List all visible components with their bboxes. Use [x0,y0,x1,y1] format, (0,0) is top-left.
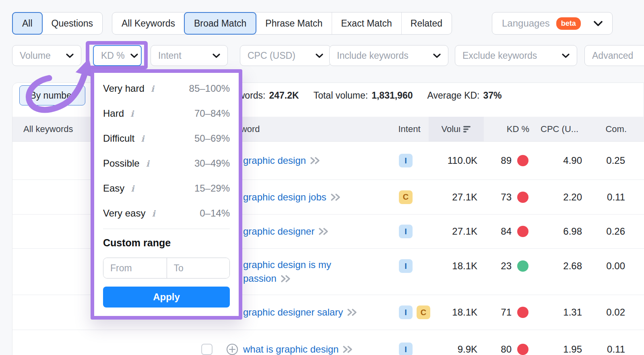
info-icon[interactable]: i [130,109,134,119]
by-number-toggle[interactable]: By number [19,85,85,105]
languages-dropdown-button[interactable]: Languages beta [492,12,613,35]
divider [103,229,230,229]
tab-phrase-match[interactable]: Phrase Match [256,12,332,34]
column-header-kd[interactable]: KD % [495,124,529,134]
info-icon[interactable]: i [141,134,144,144]
cpc-value: 4.90 [536,155,582,166]
kd-option-difficult[interactable]: Difficulti 50–69% [103,126,230,151]
volume-value: 110.0K [431,155,477,166]
double-chevron-icon[interactable] [330,193,342,201]
intent-cell: C [399,190,413,204]
cpc-value: 6.98 [536,226,582,237]
info-icon[interactable]: i [146,159,149,169]
keyword-cell: graphic designer salary [243,307,365,318]
tab-all[interactable]: All [12,12,43,35]
com-value: 0.11 [584,192,625,203]
column-header-com[interactable]: Com. [603,124,627,134]
tab-all-keywords[interactable]: All Keywords [112,12,184,34]
column-header-volume[interactable]: Volume [429,117,484,141]
double-chevron-icon[interactable] [310,157,321,165]
custom-range-title: Custom range [103,237,230,249]
kd-value: 71 [483,307,512,318]
apply-button[interactable]: Apply [103,287,230,308]
chevron-down-icon [130,54,138,58]
info-icon[interactable]: i [151,84,154,94]
keyword-cell: graphic design is my passion [243,258,357,285]
kd-from-input[interactable] [103,258,167,278]
intent-badge: C [399,190,413,204]
intent-filter-button[interactable]: Intent [151,45,228,66]
keyword-cell: graphic design jobs [243,192,365,203]
com-value: 0.11 [584,344,625,355]
keyword-magic-tool-screen: All Questions All Keywords Broad Match P… [0,0,644,355]
cpc-filter-button[interactable]: CPC (USD) [240,45,331,66]
volume-value: 27.1K [431,226,477,237]
double-chevron-icon[interactable] [318,227,330,235]
keyword-link[interactable]: graphic design [243,155,306,166]
intent-cell: I [399,343,413,355]
keyword-cell: what is graphic design [243,344,365,355]
kd-value: 89 [483,155,512,166]
include-keywords-filter-button[interactable]: Include keywords [329,45,448,66]
keyword-link[interactable]: graphic designer [243,226,314,237]
volume-value: 18.1K [431,307,477,318]
kd-option-name: Difficult [103,133,134,144]
chevron-down-icon [562,54,570,58]
intent-badge: I [399,343,413,355]
match-type-group: All Keywords Broad Match Phrase Match Ex… [112,12,452,35]
kd-option-hard[interactable]: Hardi 70–84% [103,101,230,126]
kd-option-range: 50–69% [194,133,230,144]
cpc-value: 2.20 [536,192,582,203]
com-value: 0.02 [584,307,625,318]
kd-dot [517,192,528,203]
tab-exact-match[interactable]: Exact Match [332,12,401,34]
keyword-link[interactable]: what is graphic design [243,344,339,355]
kd-to-input[interactable] [167,258,230,278]
volume-filter-button[interactable]: Volume [12,45,81,66]
column-header-intent[interactable]: Intent [395,124,423,134]
kd-dot [517,344,528,355]
row-checkbox[interactable] [201,344,213,355]
kd-option-very-easy[interactable]: Very easyi 0–14% [103,201,230,226]
kd-option-very-hard[interactable]: Very hardi 85–100% [103,76,230,101]
kd-option-easy[interactable]: Easyi 15–29% [103,176,230,201]
question-filter-group: All Questions [12,12,103,35]
volume-value: 18.1K [431,260,477,272]
all-keywords-value: 247.2K [269,90,299,101]
kd-value: 80 [483,344,512,355]
info-icon[interactable]: i [152,208,155,219]
keyword-cell: graphic design [243,155,365,166]
kd-option-possible[interactable]: Possiblei 30–49% [103,151,230,176]
advanced-filters-button[interactable]: Advanced [584,45,644,66]
kd-value: 23 [483,260,512,272]
info-icon[interactable]: i [131,184,134,194]
keyword-cell: graphic designer [243,226,365,237]
chevron-down-icon [213,54,220,58]
custom-range-inputs [103,258,230,279]
kd-dot [517,226,528,237]
kd-option-name: Easy [103,183,124,194]
double-chevron-icon[interactable] [281,275,292,283]
kd-dot [517,155,528,166]
tab-questions[interactable]: Questions [42,12,103,34]
keyword-link[interactable]: graphic design jobs [243,192,326,202]
intent-badge: C [417,305,430,319]
tab-broad-match[interactable]: Broad Match [184,12,256,35]
summary-stats: All keywords:247.2K Total volume:1,831,9… [211,90,502,101]
kd-value: 73 [483,192,512,203]
kd-option-name: Hard [103,108,124,119]
exclude-keywords-filter-button[interactable]: Exclude keywords [455,45,577,66]
keyword-link[interactable]: graphic designer salary [243,307,343,318]
tab-related[interactable]: Related [401,12,452,34]
sidebar-header-all-keywords[interactable]: All keywords [23,124,73,134]
kd-filter-button[interactable]: KD % [93,45,142,66]
kd-dot [517,260,528,272]
kd-dot [517,307,528,318]
chevron-down-icon [66,54,74,58]
intent-badge: I [399,305,413,319]
double-chevron-icon[interactable] [343,345,354,353]
double-chevron-icon[interactable] [347,308,358,316]
add-keyword-icon[interactable] [226,343,238,355]
column-header-cpc[interactable]: CPC (U... [541,124,578,134]
cpc-value: 1.95 [536,344,582,355]
